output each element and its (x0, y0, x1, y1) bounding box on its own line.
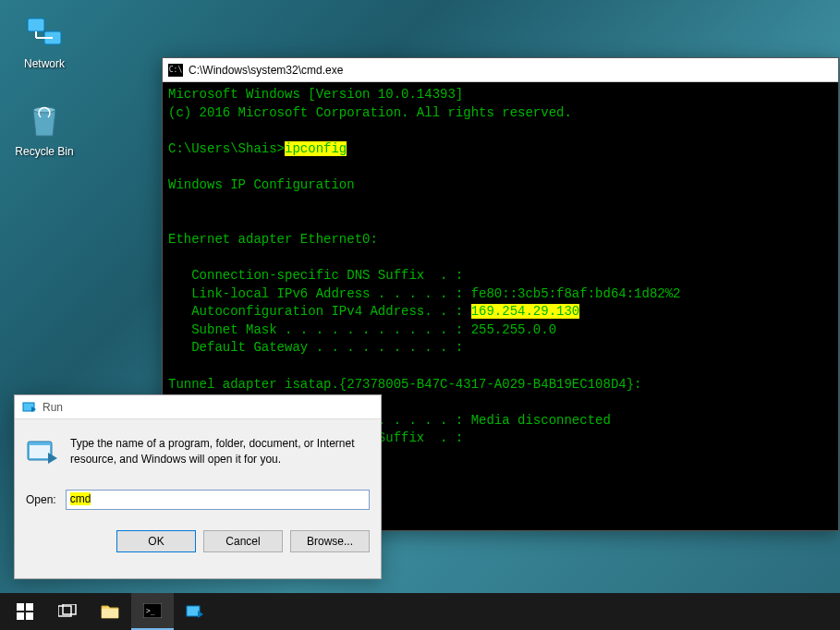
run-input[interactable]: cmd (66, 490, 370, 510)
cmd-prompt: C:\Users\Shais> (168, 141, 285, 156)
run-input-value: cmd (70, 492, 91, 505)
svg-rect-14 (102, 609, 118, 618)
cmd-icon: C:\ (168, 64, 183, 77)
desktop-icon-label: Network (9, 57, 79, 70)
cmd-taskbar-icon: >_ (143, 603, 162, 618)
cmd-title: C:\Windows\system32\cmd.exe (189, 64, 343, 77)
run-taskbar-icon (186, 604, 204, 619)
run-titlebar[interactable]: Run (15, 395, 381, 419)
run-open-label: Open: (26, 493, 56, 506)
svg-text:>_: >_ (146, 607, 155, 615)
svg-rect-8 (17, 603, 24, 611)
network-icon (22, 9, 67, 54)
svg-rect-9 (26, 603, 33, 611)
run-dialog: Run Type the name of a program, folder, … (14, 394, 382, 579)
run-app-icon (26, 436, 59, 469)
file-explorer-button[interactable] (89, 593, 131, 630)
cmd-line: Windows IP Configuration (168, 177, 355, 192)
run-icon (22, 400, 37, 415)
cmd-line: Connection-specific DNS Suffix . : (168, 268, 463, 283)
folder-icon (101, 604, 119, 619)
cmd-line: Microsoft Windows [Version 10.0.14393] (168, 87, 463, 102)
desktop-icon-network[interactable]: Network (9, 9, 79, 70)
svg-rect-17 (187, 606, 200, 616)
ok-button[interactable]: OK (116, 530, 196, 552)
svg-rect-11 (26, 612, 33, 620)
taskbar: >_ (0, 593, 840, 630)
cmd-line: Tunnel adapter isatap.{27378005-B47C-431… (168, 377, 641, 392)
cmd-taskbar-button[interactable]: >_ (131, 593, 174, 630)
cmd-command-highlight: ipconfig (285, 141, 347, 156)
windows-icon (17, 603, 33, 620)
cmd-ipv4-highlight: 169.254.29.130 (471, 304, 580, 319)
cmd-line: Link-local IPv6 Address . . . . . : (168, 286, 471, 301)
run-description: Type the name of a program, folder, docu… (70, 436, 370, 469)
recycle-bin-icon (22, 97, 67, 141)
desktop-icon-label: Recycle Bin (9, 145, 79, 158)
desktop-icon-recycle-bin[interactable]: Recycle Bin (9, 97, 79, 158)
run-title: Run (43, 401, 63, 414)
svg-rect-7 (30, 445, 50, 458)
svg-rect-0 (28, 18, 44, 31)
run-taskbar-button[interactable] (174, 593, 216, 630)
cmd-line: Default Gateway . . . . . . . . . : (168, 340, 463, 355)
cmd-titlebar[interactable]: C:\ C:\Windows\system32\cmd.exe (163, 58, 838, 82)
start-button[interactable] (4, 593, 46, 630)
cancel-button[interactable]: Cancel (203, 530, 283, 552)
cmd-value: fe80::3cb5:f8af:bd64:1d82%2 (471, 286, 681, 301)
task-view-button[interactable] (46, 593, 89, 630)
cmd-line: Autoconfiguration IPv4 Address. . : (168, 304, 471, 319)
svg-rect-10 (17, 612, 24, 620)
task-view-icon (58, 604, 77, 619)
cmd-line: Subnet Mask . . . . . . . . . . . : 255.… (168, 322, 556, 337)
cmd-line: Ethernet adapter Ethernet0: (168, 232, 378, 247)
cmd-line: (c) 2016 Microsoft Corporation. All righ… (168, 105, 572, 120)
browse-button[interactable]: Browse... (290, 530, 370, 552)
